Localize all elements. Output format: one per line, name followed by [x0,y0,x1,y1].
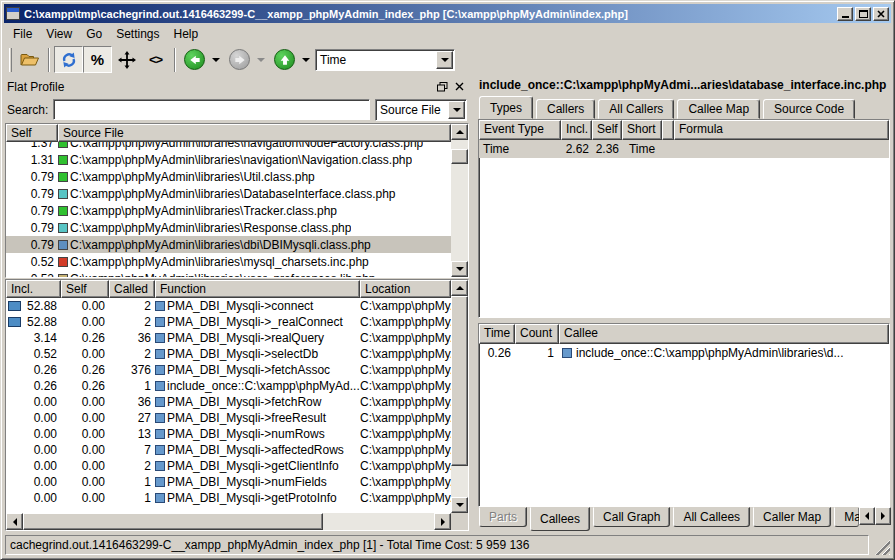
scroll-track[interactable] [451,140,468,261]
maximize-button[interactable] [855,7,871,21]
scroll-up-button[interactable] [451,124,468,140]
grouping-combo[interactable]: Source File [375,99,467,121]
column-header-self[interactable]: Self [592,120,622,140]
event-type-combo[interactable]: Time [315,49,455,71]
column-header-short[interactable]: Short [622,120,662,140]
toolbar-handle[interactable] [9,48,12,72]
function-table-hscrollbar[interactable] [6,513,451,530]
dock-float-button[interactable] [435,80,450,94]
minimize-button[interactable] [837,7,853,21]
dock-splitter[interactable] [470,77,477,532]
open-file-button[interactable] [15,46,44,73]
column-header-called[interactable]: Called [109,280,155,298]
function-row[interactable]: 0.00 0.00 1 PMA_DBI_Mysqli->numFields C:… [6,474,451,490]
menu-item[interactable]: Help [167,25,206,43]
column-header-event-type[interactable]: Event Type [479,120,561,140]
detail-tab[interactable]: Types [479,96,533,119]
scroll-track[interactable] [23,513,434,530]
relative-percent-button[interactable]: % [83,46,112,73]
file-row[interactable]: 0.79 C:\xampp\phpMyAdmin\libraries\Track… [6,202,451,219]
event-type-row[interactable]: Time 2.62 2.36 Time [479,140,889,158]
column-header-location[interactable]: Location [360,280,451,298]
file-row[interactable]: 0.79 C:\xampp\phpMyAdmin\libraries\Datab… [6,185,451,202]
column-header-callee[interactable]: Callee [559,324,889,344]
column-header-function[interactable]: Function [155,280,360,298]
column-header-formula[interactable]: Formula [674,120,889,140]
function-row[interactable]: 0.26 0.26 376 PMA_DBI_Mysqli->fetchAssoc… [6,362,451,378]
scroll-left-button[interactable] [6,513,23,530]
force-dump-button[interactable] [54,46,83,73]
combo-dropdown-button[interactable] [436,51,453,69]
column-header-self[interactable]: Self [6,124,58,142]
forward-button[interactable] [225,46,254,73]
callee-row[interactable]: 0.26 1 include_once::C:\xampp\phpMyAdmin… [479,344,889,362]
file-row[interactable]: 1.31 C:\xampp\phpMyAdmin\libraries\navig… [6,151,451,168]
file-row[interactable]: 0.79 C:\xampp\phpMyAdmin\libraries\Util.… [6,168,451,185]
scroll-right-button[interactable] [434,513,451,530]
detail-bottom-tab[interactable]: Call Graph [593,507,670,527]
menu-item[interactable]: Go [79,25,109,43]
detail-bottom-tab[interactable]: Caller Map [753,507,831,527]
detail-bottom-tab[interactable]: Callees [530,507,590,531]
file-row[interactable]: 0.52 C:\xampp\phpMyAdmin\libraries\mysql… [6,253,451,270]
scroll-down-button[interactable] [451,497,468,513]
function-row[interactable]: 0.00 0.00 27 PMA_DBI_Mysqli->freeResult … [6,410,451,426]
detail-tab[interactable]: Callers [536,99,595,119]
menu-item[interactable]: File [6,25,39,43]
function-row[interactable]: 3.14 0.26 36 PMA_DBI_Mysqli->realQuery C… [6,330,451,346]
detail-bottom-tab[interactable]: Machine [834,507,859,527]
detail-tab[interactable]: Callee Map [677,99,760,119]
cycle-detection-button[interactable] [112,46,141,73]
detail-tab[interactable]: Source Code [763,99,855,119]
scroll-thumb[interactable] [451,149,468,164]
function-row[interactable]: 0.52 0.00 2 PMA_DBI_Mysqli->selectDb C:\… [6,346,451,362]
back-dropdown-caret[interactable] [212,58,220,62]
dock-title-bar[interactable]: Flat Profile [4,77,470,96]
file-row[interactable]: 1.37 C:\xampp\phpMyAdmin\libraries\navig… [6,142,451,151]
dock-close-button[interactable] [452,80,467,94]
scroll-track[interactable] [451,296,468,497]
resize-grip[interactable] [875,540,890,555]
function-row[interactable]: 52.88 0.00 2 PMA_DBI_Mysqli->connect C:\… [6,298,451,314]
function-row[interactable]: 0.00 0.00 36 PMA_DBI_Mysqli->fetchRow C:… [6,394,451,410]
file-list-vscrollbar[interactable] [451,124,468,277]
scroll-up-button[interactable] [451,280,468,296]
back-button[interactable] [180,46,209,73]
forward-dropdown-caret[interactable] [257,58,265,62]
column-header-count[interactable]: Count [515,324,559,344]
scroll-down-button[interactable] [451,261,468,277]
incl-value: 2.62 [561,142,592,156]
menu-item[interactable]: Settings [109,25,166,43]
tabs-scroll-right-button[interactable] [875,507,891,525]
column-header-incl[interactable]: Incl. [561,120,592,140]
function-row[interactable]: 0.00 0.00 2 PMA_DBI_Mysqli->getClientInf… [6,458,451,474]
up-button[interactable] [270,46,299,73]
up-dropdown-caret[interactable] [302,58,310,62]
function-row[interactable]: 0.00 0.00 13 PMA_DBI_Mysqli->numRows C:\… [6,426,451,442]
column-header-time[interactable]: Time [479,324,515,344]
close-button[interactable] [873,7,889,21]
scroll-thumb[interactable] [451,296,468,466]
detail-bottom-tab[interactable]: All Callees [673,507,750,527]
scroll-thumb[interactable] [23,513,323,530]
function-row[interactable]: 0.00 0.00 7 PMA_DBI_Mysqli->affectedRows… [6,442,451,458]
column-header-source-file[interactable]: Source File [58,124,451,142]
menu-item[interactable]: View [39,25,79,43]
detail-tab[interactable]: All Callers [598,99,674,119]
detail-bottom-tab[interactable]: Parts [479,507,527,527]
function-table-vscrollbar[interactable] [451,280,468,530]
function-row[interactable]: 0.26 0.26 1 include_once::C:\xampp\phpMy… [6,378,451,394]
title-bar[interactable]: C:\xampp\tmp\cachegrind.out.1416463299-C… [4,4,891,23]
tabs-scroll-left-button[interactable] [859,507,875,525]
function-row[interactable]: 52.88 0.00 2 PMA_DBI_Mysqli->_realConnec… [6,314,451,330]
file-row[interactable]: 0.52 C:\xampp\phpMyAdmin\libraries\user_… [6,270,451,277]
combo-dropdown-button[interactable] [448,101,465,119]
column-header-self[interactable]: Self [61,280,109,298]
column-header-incl[interactable]: Incl. [6,280,61,298]
search-input[interactable] [53,99,370,120]
file-row[interactable]: 0.79 C:\xampp\phpMyAdmin\libraries\dbi\D… [6,236,451,253]
function-row[interactable]: 0.00 0.00 1 PMA_DBI_Mysqli->getProtoInfo… [6,490,451,506]
file-row[interactable]: 0.79 C:\xampp\phpMyAdmin\libraries\Respo… [6,219,451,236]
shorten-templates-button[interactable]: <> [141,46,170,73]
incl-value: 0.00 [21,443,61,457]
